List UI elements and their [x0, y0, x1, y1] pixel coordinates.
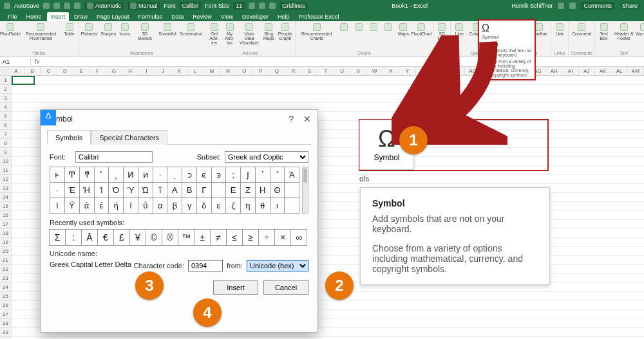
symbol-cell[interactable]: ΅: [270, 167, 285, 183]
save-icon[interactable]: [53, 3, 60, 9]
recent-symbol[interactable]: ¥: [129, 229, 146, 246]
recent-symbol[interactable]: ±: [194, 229, 211, 246]
subset-select[interactable]: Greek and Coptic: [225, 151, 308, 163]
symbol-cell[interactable]: Ε: [226, 183, 241, 198]
col-AJ[interactable]: AJ: [579, 67, 595, 75]
font-input[interactable]: [75, 151, 153, 163]
row-28[interactable]: 28: [0, 319, 12, 328]
row-18[interactable]: 18: [0, 229, 12, 238]
comments-button[interactable]: Comments: [581, 2, 614, 10]
col-L[interactable]: L: [187, 67, 204, 75]
row-12[interactable]: 12: [0, 175, 12, 184]
charcode-input[interactable]: [188, 260, 223, 271]
symbol-cell[interactable]: ·: [153, 167, 167, 183]
symbol-cell[interactable]: Έ: [64, 183, 79, 198]
col-H[interactable]: H: [122, 67, 138, 75]
recent-symbol[interactable]: ≤: [226, 229, 243, 246]
row-2[interactable]: 2: [0, 85, 12, 94]
ribbon-pivottable[interactable]: PivotTable: [2, 23, 19, 37]
calc-mode-auto[interactable]: Automatic: [84, 2, 124, 10]
recent-symbol[interactable]: ∞: [290, 229, 307, 246]
col-B[interactable]: B: [24, 67, 41, 75]
row-17[interactable]: 17: [0, 220, 12, 229]
menu-view[interactable]: View: [217, 12, 237, 21]
symbol-cell[interactable]: ΰ: [138, 198, 153, 214]
symbol-cell[interactable]: Β: [182, 183, 197, 198]
symbol-cell[interactable]: ζ: [226, 198, 241, 214]
symbol-cell[interactable]: Ά: [285, 167, 299, 183]
select-all-corner[interactable]: [0, 67, 8, 75]
row-9[interactable]: 9: [0, 148, 12, 157]
symbol-cell[interactable]: [285, 198, 299, 214]
ribbon-line[interactable]: Line: [453, 23, 466, 37]
col-W[interactable]: W: [367, 67, 383, 75]
row-29[interactable]: 29: [0, 328, 12, 337]
recent-symbol[interactable]: Σ: [49, 229, 66, 246]
recent-symbol[interactable]: Ā: [81, 229, 98, 246]
recent-symbol[interactable]: :: [65, 229, 82, 246]
symbol-cell[interactable]: ͱ: [50, 167, 65, 183]
ribbon-chart-type[interactable]: [367, 23, 380, 32]
recent-symbol[interactable]: ®: [162, 229, 178, 246]
symbol-cell[interactable]: Ή: [79, 183, 94, 198]
undo-icon[interactable]: [64, 3, 70, 9]
symbol-cell[interactable]: Ύ: [123, 183, 138, 198]
ribbon-visio-data-visualizer[interactable]: Visio Data Visualizer: [238, 23, 261, 46]
col-I[interactable]: I: [138, 67, 155, 75]
recent-symbol[interactable]: ×: [274, 229, 291, 246]
row-26[interactable]: 26: [0, 301, 12, 310]
symbol-cell[interactable]: Ϋ: [64, 198, 79, 214]
menu-professor-excel[interactable]: Professor Excel: [295, 12, 343, 21]
ribbon-recommended-pivottables[interactable]: Recommended PivotTables: [21, 23, 61, 41]
col-AK[interactable]: AK: [595, 67, 611, 75]
symbol-cell[interactable]: Ͷ: [123, 167, 138, 183]
row-27[interactable]: 27: [0, 310, 12, 319]
menu-file[interactable]: File: [4, 12, 21, 21]
from-select[interactable]: Unicode (hex): [247, 260, 308, 271]
col-AM[interactable]: AM: [628, 67, 644, 75]
symbol-cell[interactable]: α: [153, 198, 167, 214]
recent-symbol[interactable]: £: [113, 229, 130, 246]
recent-symbol[interactable]: €: [97, 229, 114, 246]
menu-review[interactable]: Review: [189, 12, 216, 21]
row-14[interactable]: 14: [0, 193, 12, 202]
col-A[interactable]: A: [8, 67, 24, 75]
row-7[interactable]: 7: [0, 130, 12, 139]
symbol-cell[interactable]: Θ: [270, 183, 285, 198]
symbol-cell[interactable]: έ: [94, 198, 109, 214]
symbol-cell[interactable]: ͼ: [197, 167, 212, 183]
increase-font-icon[interactable]: [249, 3, 255, 9]
col-O[interactable]: O: [236, 67, 252, 75]
decrease-font-icon[interactable]: [259, 3, 265, 9]
menu-draw[interactable]: Draw: [70, 12, 91, 21]
symbol-cell[interactable]: ͷ: [138, 167, 153, 183]
row-22[interactable]: 22: [0, 265, 12, 274]
row-25[interactable]: 25: [0, 292, 12, 301]
symbol-cell[interactable]: ͵: [109, 167, 124, 183]
row-24[interactable]: 24: [0, 283, 12, 292]
symbol-cell[interactable]: ι: [270, 198, 285, 214]
symbol-cell[interactable]: ;: [226, 167, 241, 183]
col-G[interactable]: G: [106, 67, 122, 75]
col-D[interactable]: D: [57, 67, 73, 75]
symbol-cell[interactable]: Ί: [94, 183, 109, 198]
row-1[interactable]: 1: [0, 76, 12, 85]
symbol-cell[interactable]: Ώ: [138, 183, 153, 198]
menu-help[interactable]: Help: [274, 12, 294, 21]
font-select[interactable]: Calibri: [180, 2, 202, 10]
help-icon[interactable]: ?: [289, 114, 294, 124]
col-J[interactable]: J: [155, 67, 171, 75]
tab-special-characters[interactable]: Special Characters: [91, 130, 167, 145]
col-Y[interactable]: Y: [399, 67, 415, 75]
col-AA[interactable]: AA: [432, 67, 448, 75]
ribbon-wordart[interactable]: WordArt: [638, 23, 644, 37]
cancel-button[interactable]: Cancel: [263, 280, 308, 295]
symbol-cell[interactable]: Ι: [50, 198, 65, 214]
menu-page-layout[interactable]: Page Layout: [93, 12, 133, 21]
ribbon-3d-map[interactable]: 3D Map: [435, 23, 448, 41]
ribbon-chart-type[interactable]: [352, 23, 365, 32]
user-avatar[interactable]: [558, 3, 564, 9]
symbol-cell[interactable]: Γ: [197, 183, 212, 198]
ribbon-collapse-icon[interactable]: [569, 3, 576, 9]
ribbon-pictures[interactable]: Pictures: [80, 23, 99, 37]
